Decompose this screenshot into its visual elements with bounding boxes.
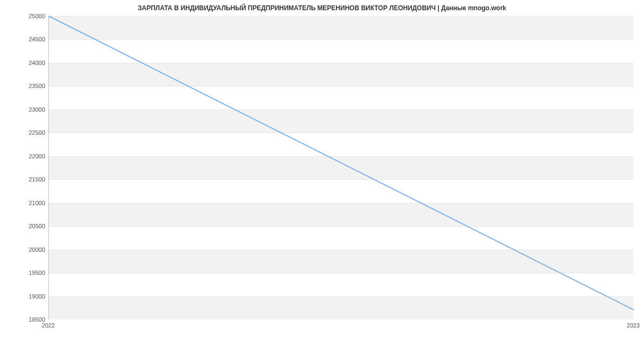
y-axis-tick-label: 21500 [2, 176, 45, 183]
y-axis-tick-label: 24000 [2, 60, 45, 66]
chart-container: ЗАРПЛАТА В ИНДИВИДУАЛЬНЫЙ ПРЕДПРИНИМАТЕЛ… [0, 0, 644, 349]
y-axis-tick-label: 25000 [2, 13, 45, 19]
y-axis-tick-label: 19500 [2, 270, 45, 276]
series-line [49, 16, 633, 310]
chart-title: ЗАРПЛАТА В ИНДИВИДУАЛЬНЫЙ ПРЕДПРИНИМАТЕЛ… [0, 4, 644, 12]
line-series-svg [49, 16, 633, 319]
y-axis-tick-label: 22500 [2, 129, 45, 136]
y-axis-tick-label: 18500 [2, 316, 45, 323]
y-axis-tick-label: 20500 [2, 223, 45, 229]
y-axis-tick-label: 20000 [2, 246, 45, 253]
y-axis-tick-label: 24500 [2, 36, 45, 42]
plot-area [48, 16, 633, 319]
y-axis-tick-label: 21000 [2, 200, 45, 206]
x-axis-tick-label: 2022 [42, 322, 55, 329]
x-axis-tick-label: 2023 [627, 322, 640, 329]
y-axis-tick-label: 19000 [2, 293, 45, 300]
y-axis-tick-label: 23000 [2, 106, 45, 113]
y-axis-tick-label: 22000 [2, 153, 45, 159]
y-axis-tick-label: 23500 [2, 83, 45, 89]
